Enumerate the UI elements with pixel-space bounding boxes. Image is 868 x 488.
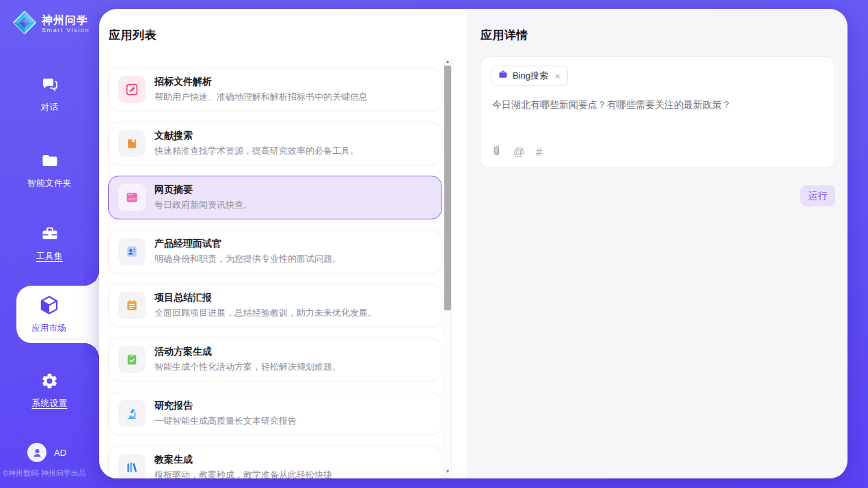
scrollbar-thumb[interactable] bbox=[444, 66, 451, 310]
sidebar-item-settings[interactable]: 系统设置 bbox=[0, 372, 99, 409]
prompt-editor[interactable]: Bing搜索 × 今日湖北有哪些新闻要点？有哪些需要关注的最新政策？ @ # bbox=[480, 56, 835, 168]
brand-name: 神州问学 bbox=[42, 14, 90, 27]
sidebar-item-chat[interactable]: 对话 bbox=[0, 75, 99, 113]
clipboard-check-icon bbox=[118, 346, 146, 373]
app-card-pm-interviewer[interactable]: 产品经理面试官 明确身份和职责，为您提供专业性的面试问题。 bbox=[108, 230, 442, 273]
folder-icon bbox=[40, 151, 59, 173]
hash-icon[interactable]: # bbox=[536, 147, 542, 158]
user-account[interactable]: AD bbox=[27, 443, 66, 462]
app-desc: 帮助用户快速、准确地理解和解析招标书中的关键信息 bbox=[154, 91, 368, 103]
app-card-web-summary[interactable]: </> 网页摘要 每日政府新闻资讯快查。 bbox=[108, 176, 442, 219]
scroll-down-icon[interactable]: ▼ bbox=[444, 468, 451, 475]
sidebar-item-label: 系统设置 bbox=[32, 398, 68, 409]
mention-icon[interactable]: @ bbox=[513, 147, 524, 158]
sidebar-item-label: 工具集 bbox=[36, 251, 63, 262]
brand-logo: 神州问学 Smart Vision bbox=[12, 10, 90, 38]
app-card-literature-search[interactable]: 文献搜索 快速精准查找学术资源，提高研究效率的必备工具。 bbox=[108, 122, 442, 165]
app-desc: 全面回顾项目进展，总结经验教训，助力未来优化发展。 bbox=[154, 307, 377, 319]
sidebar-item-app-market[interactable]: 应用市场 bbox=[16, 286, 99, 343]
app-card-bid-parsing[interactable]: 招标文件解析 帮助用户快速、准确地理解和解析招标书中的关键信息 bbox=[108, 68, 442, 111]
app-desc: 每日政府新闻资讯快查。 bbox=[154, 199, 252, 211]
app-name: 项目总结汇报 bbox=[154, 292, 377, 304]
content-area: 应用列表 招标文件解析 帮助用户快速、准确地理解和解析招标书中的关键信息 bbox=[99, 9, 847, 478]
app-name: 研究报告 bbox=[154, 400, 297, 412]
briefcase-icon bbox=[498, 70, 508, 82]
sidebar-item-smart-folder[interactable]: 智能文件夹 bbox=[0, 151, 99, 189]
app-list-title: 应用列表 bbox=[109, 27, 157, 43]
web-code-icon: </> bbox=[118, 184, 146, 211]
app-name: 活动方案生成 bbox=[154, 346, 341, 358]
query-text[interactable]: 今日湖北有哪些新闻要点？有哪些需要关注的最新政策？ bbox=[492, 99, 824, 111]
app-name: 招标文件解析 bbox=[154, 76, 368, 88]
paperclip-icon[interactable] bbox=[491, 145, 502, 159]
note-icon bbox=[118, 292, 146, 319]
list-scrollbar[interactable]: ▲ ▼ bbox=[444, 57, 452, 478]
app-card-event-plan[interactable]: 活动方案生成 智能生成个性化活动方案，轻松解决规划难题。 bbox=[108, 338, 442, 381]
chat-icon bbox=[40, 75, 59, 97]
app-name: 教案生成 bbox=[154, 454, 332, 466]
app-card-lesson-plan[interactable]: 教案生成 模板驱动，教案秒成，教学准备从此轻松快捷 bbox=[108, 446, 442, 478]
gear-icon bbox=[40, 372, 59, 393]
run-button[interactable]: 运行 bbox=[800, 185, 835, 206]
interviewer-icon bbox=[118, 238, 146, 265]
user-name: AD bbox=[54, 448, 66, 458]
app-list: 招标文件解析 帮助用户快速、准确地理解和解析招标书中的关键信息 文献搜索 快速精… bbox=[108, 57, 442, 478]
tool-tag-bing-search[interactable]: Bing搜索 × bbox=[491, 66, 568, 86]
sidebar-item-label: 应用市场 bbox=[32, 323, 66, 334]
sidebar-item-label: 对话 bbox=[41, 102, 59, 113]
svg-text:</>: </> bbox=[128, 197, 136, 201]
tool-tag-label: Bing搜索 bbox=[513, 70, 548, 82]
app-list-panel: 应用列表 招标文件解析 帮助用户快速、准确地理解和解析招标书中的关键信息 bbox=[99, 9, 467, 478]
microscope-icon bbox=[118, 400, 146, 427]
scroll-up-icon[interactable]: ▲ bbox=[444, 58, 451, 65]
cube-icon bbox=[38, 295, 60, 319]
books-icon bbox=[118, 454, 146, 478]
editor-toolbar: @ # bbox=[491, 145, 542, 159]
sidebar-item-toolset[interactable]: 工具集 bbox=[0, 224, 99, 262]
sidebar-item-label: 智能文件夹 bbox=[27, 178, 72, 189]
app-detail-panel: 应用详情 Bing搜索 × 今日湖北有哪些新闻要点？有哪些需要关注的最新政策？ bbox=[467, 9, 847, 478]
copyright-text: ©神州数码·神州问学出品 bbox=[3, 468, 99, 478]
brand-subtitle: Smart Vision bbox=[42, 27, 90, 33]
app-name: 网页摘要 bbox=[154, 184, 252, 196]
gem-logo-icon bbox=[12, 10, 37, 38]
app-card-project-summary[interactable]: 项目总结汇报 全面回顾项目进展，总结经验教训，助力未来优化发展。 bbox=[108, 284, 442, 327]
book-icon bbox=[118, 130, 146, 157]
app-desc: 模板驱动，教案秒成，教学准备从此轻松快捷 bbox=[154, 469, 332, 478]
toolbox-icon bbox=[40, 224, 59, 246]
app-desc: 智能生成个性化活动方案，轻松解决规划难题。 bbox=[154, 361, 341, 373]
pen-square-icon bbox=[118, 76, 146, 103]
app-name: 产品经理面试官 bbox=[154, 238, 341, 250]
app-detail-title: 应用详情 bbox=[480, 27, 528, 43]
sidebar: 神州问学 Smart Vision 对话 智能文件夹 bbox=[0, 0, 99, 488]
remove-tag-icon[interactable]: × bbox=[555, 71, 560, 81]
app-desc: 明确身份和职责，为您提供专业性的面试问题。 bbox=[154, 253, 341, 265]
app-desc: 一键智能生成高质量长文本研究报告 bbox=[154, 415, 297, 427]
app-card-research-report[interactable]: 研究报告 一键智能生成高质量长文本研究报告 bbox=[108, 392, 442, 435]
avatar bbox=[27, 443, 46, 462]
app-name: 文献搜索 bbox=[154, 130, 359, 142]
app-desc: 快速精准查找学术资源，提高研究效率的必备工具。 bbox=[154, 145, 359, 157]
